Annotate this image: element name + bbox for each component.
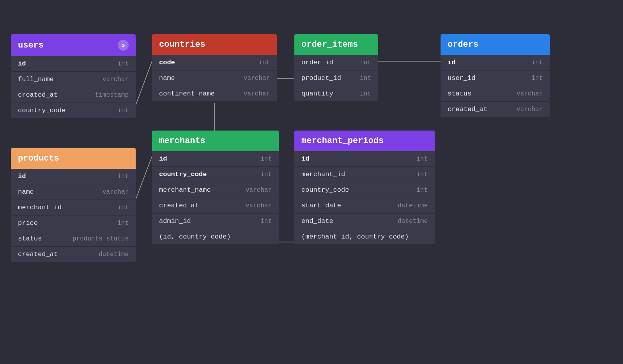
table-countries-label: countries bbox=[159, 40, 205, 49]
table-orders-header: orders bbox=[441, 34, 550, 55]
table-row: code int bbox=[152, 55, 277, 71]
table-row: country_code int bbox=[294, 182, 435, 198]
table-row: (id, country_code) bbox=[152, 229, 279, 244]
settings-icon[interactable]: ⚙ bbox=[118, 40, 129, 51]
table-row: name varchar bbox=[152, 71, 277, 86]
table-users-header: users ⚙ bbox=[11, 34, 136, 56]
table-order-items[interactable]: order_items order_id int product_id int … bbox=[294, 34, 378, 101]
table-row: end_date datetime bbox=[294, 214, 435, 229]
erd-canvas: users ⚙ id int full_name varchar created… bbox=[0, 0, 623, 364]
table-orders-body: id int user_id int status varchar create… bbox=[441, 55, 550, 117]
table-row: continent_name varchar bbox=[152, 86, 277, 101]
table-products-label: products bbox=[18, 154, 59, 163]
svg-line-0 bbox=[136, 61, 152, 105]
table-merchants-header: merchants bbox=[152, 131, 279, 151]
table-row: name varchar bbox=[11, 184, 136, 200]
table-row: country_code int bbox=[152, 167, 279, 182]
table-order-items-header: order_items bbox=[294, 34, 378, 55]
table-users-body: id int full_name varchar created_at time… bbox=[11, 56, 136, 118]
table-merchant-periods-body: id int merchant_id int country_code int … bbox=[294, 151, 435, 244]
table-row: id int bbox=[11, 56, 136, 72]
table-row: created_at timestamp bbox=[11, 87, 136, 103]
svg-line-5 bbox=[136, 156, 152, 200]
table-countries-header: countries bbox=[152, 34, 277, 55]
table-row: merchant_id int bbox=[11, 200, 136, 216]
table-products-header: products bbox=[11, 148, 136, 169]
table-row: status varchar bbox=[441, 86, 550, 102]
table-merchants-label: merchants bbox=[159, 136, 205, 146]
table-countries[interactable]: countries code int name varchar continen… bbox=[152, 34, 277, 101]
table-products-body: id int name varchar merchant_id int pric… bbox=[11, 169, 136, 262]
table-products[interactable]: products id int name varchar merchant_id… bbox=[11, 148, 136, 262]
table-merchant-periods[interactable]: merchant_periods id int merchant_id int … bbox=[294, 131, 435, 244]
table-users[interactable]: users ⚙ id int full_name varchar created… bbox=[11, 34, 136, 118]
table-order-items-body: order_id int product_id int quantity int bbox=[294, 55, 378, 101]
table-row: merchant_id int bbox=[294, 167, 435, 182]
table-row: created at varchar bbox=[152, 198, 279, 214]
table-row: status products_status bbox=[11, 231, 136, 247]
table-row: full_name varchar bbox=[11, 72, 136, 87]
table-row: created_at datetime bbox=[11, 247, 136, 262]
table-row: price int bbox=[11, 216, 136, 231]
table-row: id int bbox=[11, 169, 136, 184]
table-row: product_id int bbox=[294, 71, 378, 86]
table-countries-body: code int name varchar continent_name var… bbox=[152, 55, 277, 101]
table-row: user_id int bbox=[441, 71, 550, 86]
table-merchant-periods-header: merchant_periods bbox=[294, 131, 435, 151]
table-orders-label: orders bbox=[448, 40, 478, 49]
table-order-items-label: order_items bbox=[301, 40, 358, 49]
table-row: country_code int bbox=[11, 103, 136, 118]
table-merchants[interactable]: merchants id int country_code int mercha… bbox=[152, 131, 279, 244]
table-row: admin_id int bbox=[152, 214, 279, 229]
table-users-label: users bbox=[18, 41, 44, 50]
table-row: id int bbox=[152, 151, 279, 167]
table-merchants-body: id int country_code int merchant_name va… bbox=[152, 151, 279, 244]
table-row: (merchant_id, country_code) bbox=[294, 229, 435, 244]
table-merchant-periods-label: merchant_periods bbox=[301, 136, 384, 146]
table-row: merchant_name varchar bbox=[152, 182, 279, 198]
table-row: order_id int bbox=[294, 55, 378, 71]
table-row: quantity int bbox=[294, 86, 378, 101]
table-row: id int bbox=[294, 151, 435, 167]
table-row: id int bbox=[441, 55, 550, 71]
table-row: created_at varchar bbox=[441, 102, 550, 117]
table-orders[interactable]: orders id int user_id int status varchar… bbox=[441, 34, 550, 117]
table-row: start_date datetime bbox=[294, 198, 435, 214]
